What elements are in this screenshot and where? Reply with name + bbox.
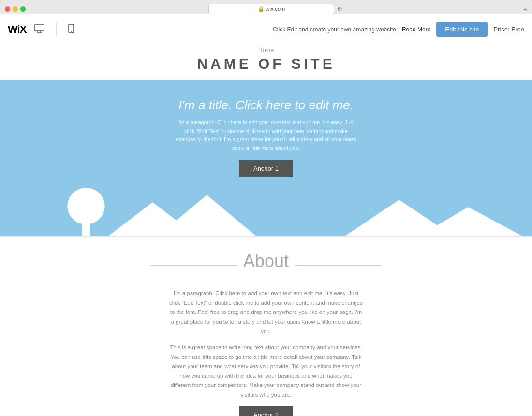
browser-titlebar: 🔒 wix.com ↻ + <box>5 4 527 14</box>
browser-addressbar: 🔒 wix.com ↻ <box>32 4 518 14</box>
site-header: Home NAME OF SITE <box>0 42 532 80</box>
svg-marker-11 <box>419 207 522 236</box>
about-title-row: About <box>10 251 522 279</box>
hero-text-area: I'm a title. Click here to edit me. I'm … <box>10 98 522 184</box>
device-icons <box>34 23 74 36</box>
hero-title[interactable]: I'm a title. Click here to edit me. <box>10 98 522 113</box>
about-paragraph-2[interactable]: This is a great space to write long text… <box>169 343 363 400</box>
lock-icon: 🔒 <box>258 6 265 12</box>
browser-chrome: 🔒 wix.com ↻ + <box>0 0 532 14</box>
site-nav[interactable]: Home <box>0 47 532 54</box>
desktop-icon[interactable] <box>34 24 44 35</box>
read-more-link[interactable]: Read More <box>402 26 430 33</box>
svg-rect-0 <box>34 25 44 31</box>
wix-topbar-right: Click Edit and create your own amazing w… <box>273 22 524 37</box>
mountains-svg <box>10 188 522 236</box>
svg-point-6 <box>67 188 104 224</box>
fullscreen-button-icon[interactable] <box>20 6 26 12</box>
anchor-1-button[interactable]: Anchor 1 <box>239 160 293 177</box>
promo-text: Click Edit and create your own amazing w… <box>273 26 396 33</box>
hero-mountains <box>10 188 522 236</box>
mobile-icon[interactable] <box>68 24 74 35</box>
minimize-button-icon[interactable] <box>13 6 18 12</box>
device-divider <box>56 23 57 36</box>
traffic-lights <box>5 6 26 12</box>
url-text: wix.com <box>266 6 285 12</box>
about-paragraph-1[interactable]: I'm a paragraph. Click here to add your … <box>169 289 363 336</box>
hero-paragraph[interactable]: I'm a paragraph. Click here to add your … <box>174 119 358 152</box>
price-label: Price: Free <box>493 26 524 33</box>
address-bar[interactable]: 🔒 wix.com <box>208 4 334 14</box>
wix-logo: WiX <box>8 23 26 36</box>
about-section: About I'm a paragraph. Click here to add… <box>0 236 532 416</box>
close-button-icon[interactable] <box>5 6 10 12</box>
site-name[interactable]: NAME OF SITE <box>0 56 532 72</box>
svg-rect-7 <box>82 223 90 236</box>
browser-window: 🔒 wix.com ↻ + WiX <box>0 0 532 416</box>
about-title[interactable]: About <box>243 251 289 271</box>
site-content: WiX <box>0 17 532 416</box>
edit-site-button[interactable]: Edit this site <box>436 22 488 37</box>
about-line-right <box>295 265 382 266</box>
hero-section: I'm a title. Click here to edit me. I'm … <box>0 80 532 236</box>
refresh-icon[interactable]: ↻ <box>337 5 342 13</box>
anchor-2-button[interactable]: Anchor 2 <box>239 406 293 416</box>
svg-point-5 <box>71 31 72 32</box>
about-line-left <box>150 265 237 266</box>
wix-topbar: WiX <box>0 17 532 42</box>
expand-icon[interactable]: + <box>523 5 527 13</box>
